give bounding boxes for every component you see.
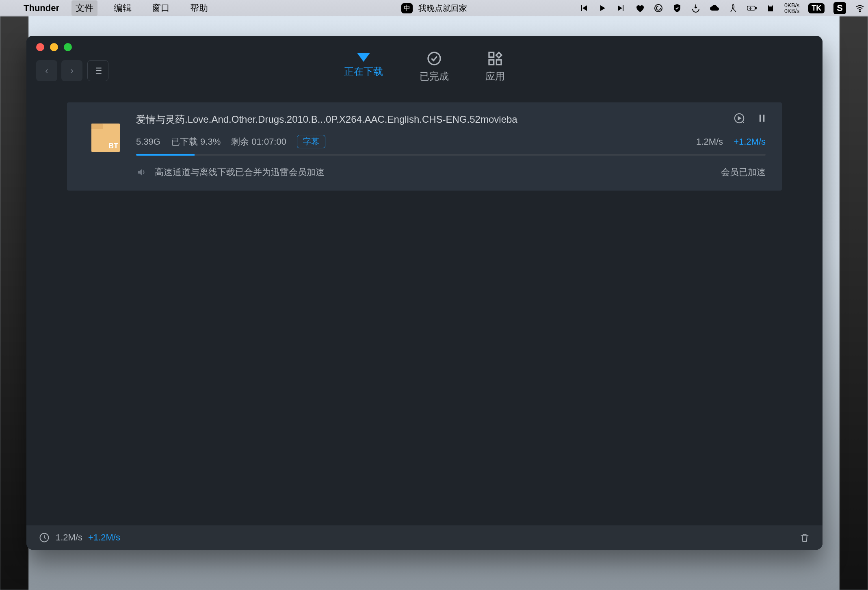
tab-downloading-label: 正在下载 bbox=[344, 65, 383, 78]
cloud-icon[interactable] bbox=[710, 3, 719, 13]
downloading-arrow-icon bbox=[357, 53, 370, 62]
svg-rect-9 bbox=[760, 115, 761, 122]
svg-point-0 bbox=[655, 4, 662, 12]
task-downloaded: 已下载 9.3% bbox=[171, 136, 221, 148]
wifi-icon[interactable] bbox=[855, 3, 865, 13]
next-track-icon[interactable] bbox=[616, 3, 626, 13]
menubar-center: 中 我晚点就回家 bbox=[401, 3, 467, 14]
net-up: 0KB/s bbox=[784, 2, 799, 8]
svg-rect-6 bbox=[489, 60, 494, 65]
menubar: Thunder 文件 编辑 窗口 帮助 中 我晚点就回家 0KB/s 0KB/s… bbox=[0, 0, 868, 16]
tab-completed-label: 已完成 bbox=[420, 70, 449, 83]
task-note: 高速通道与离线下载已合并为迅雷会员加速 bbox=[155, 166, 325, 178]
window-titlebar: ‹ › 正在下载 已完成 应用 bbox=[26, 36, 823, 89]
global-speed: 1.2M/s bbox=[56, 532, 82, 543]
net-speed-indicator[interactable]: 0KB/s 0KB/s bbox=[784, 2, 799, 14]
pause-icon[interactable] bbox=[756, 112, 768, 124]
app-menu[interactable]: Thunder bbox=[24, 3, 59, 13]
subtitle-button[interactable]: 字幕 bbox=[297, 135, 325, 148]
clock-icon[interactable] bbox=[39, 532, 50, 543]
net-down: 0KB/s bbox=[784, 8, 799, 14]
task-boost: +1.2M/s bbox=[734, 137, 766, 147]
ime-badge-icon[interactable]: 中 bbox=[401, 3, 413, 13]
thunder-window: ‹ › 正在下载 已完成 应用 BT bbox=[26, 36, 823, 550]
vip-boost-status[interactable]: 会员已加速 bbox=[721, 166, 766, 178]
svg-rect-7 bbox=[496, 60, 501, 65]
svg-point-3 bbox=[859, 11, 861, 12]
zoom-window-icon[interactable] bbox=[64, 43, 72, 51]
download-tray-icon[interactable] bbox=[691, 3, 701, 13]
svg-rect-2 bbox=[755, 7, 757, 9]
tab-apps-label: 应用 bbox=[485, 70, 505, 83]
speaker-icon bbox=[136, 167, 147, 178]
menu-file[interactable]: 文件 bbox=[71, 0, 97, 16]
shield-icon[interactable] bbox=[672, 3, 682, 13]
checkmark-circle-icon bbox=[426, 50, 442, 67]
status-bar: 1.2M/s +1.2M/s bbox=[26, 525, 823, 550]
netease-icon[interactable] bbox=[654, 3, 663, 13]
menu-help[interactable]: 帮助 bbox=[186, 0, 212, 16]
task-footer: 高速通道与离线下载已合并为迅雷会员加速 会员已加速 bbox=[136, 166, 766, 178]
task-name: 爱情与灵药.Love.And.Other.Drugs.2010.B...0P.X… bbox=[136, 113, 766, 126]
task-remain: 剩余 01:07:00 bbox=[231, 136, 286, 148]
menu-window[interactable]: 窗口 bbox=[148, 0, 174, 16]
bt-folder-icon: BT bbox=[91, 124, 120, 152]
heart-icon[interactable] bbox=[635, 3, 645, 13]
tab-downloading[interactable]: 正在下载 bbox=[344, 50, 383, 89]
main-tabs: 正在下载 已完成 应用 bbox=[344, 50, 505, 89]
now-playing[interactable]: 我晚点就回家 bbox=[418, 3, 467, 14]
cat-icon[interactable] bbox=[766, 3, 775, 13]
task-progress-bar bbox=[136, 154, 766, 156]
sogou-icon[interactable]: S bbox=[833, 2, 846, 14]
minimize-window-icon[interactable] bbox=[50, 43, 58, 51]
global-boost: +1.2M/s bbox=[88, 532, 120, 543]
tab-completed[interactable]: 已完成 bbox=[420, 50, 449, 89]
play-offline-icon[interactable] bbox=[733, 112, 745, 124]
svg-point-4 bbox=[428, 52, 440, 65]
prev-track-icon[interactable] bbox=[579, 3, 589, 13]
menubar-right: 0KB/s 0KB/s TK S bbox=[579, 0, 865, 16]
task-list: BT 爱情与灵药.Love.And.Other.Drugs.2010.B...0… bbox=[26, 89, 823, 525]
tab-apps[interactable]: 应用 bbox=[485, 50, 505, 89]
play-icon[interactable] bbox=[597, 3, 607, 13]
task-progress-fill bbox=[136, 154, 195, 156]
rocket-icon[interactable] bbox=[728, 3, 738, 13]
bt-badge: BT bbox=[108, 142, 118, 150]
traffic-lights bbox=[36, 43, 72, 51]
svg-rect-5 bbox=[489, 52, 494, 57]
task-controls bbox=[733, 112, 768, 124]
close-window-icon[interactable] bbox=[36, 43, 44, 51]
task-size: 5.39G bbox=[136, 137, 160, 147]
apps-grid-icon bbox=[487, 50, 503, 67]
task-list-toggle[interactable] bbox=[87, 60, 108, 81]
menu-edit[interactable]: 编辑 bbox=[110, 0, 136, 16]
svg-rect-1 bbox=[747, 6, 755, 10]
task-speed: 1.2M/s bbox=[696, 137, 723, 147]
svg-rect-10 bbox=[763, 115, 765, 122]
task-row[interactable]: BT 爱情与灵药.Love.And.Other.Drugs.2010.B...0… bbox=[67, 102, 782, 191]
trash-icon[interactable] bbox=[799, 532, 810, 543]
battery-icon[interactable] bbox=[747, 3, 757, 13]
back-button[interactable]: ‹ bbox=[36, 60, 57, 81]
tk-badge-icon[interactable]: TK bbox=[808, 3, 825, 13]
forward-button[interactable]: › bbox=[61, 60, 82, 81]
task-status-line: 5.39G 已下载 9.3% 剩余 01:07:00 字幕 1.2M/s +1.… bbox=[136, 135, 766, 148]
